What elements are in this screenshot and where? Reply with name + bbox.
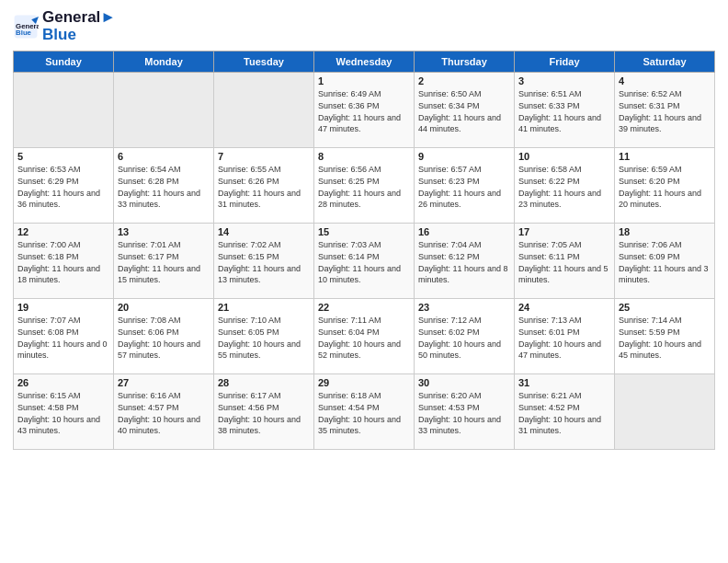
day-info: Sunrise: 7:13 AMSunset: 6:01 PMDaylight:… [518, 315, 610, 361]
calendar: SundayMondayTuesdayWednesdayThursdayFrid… [13, 51, 715, 450]
logo-icon: General Blue [13, 14, 39, 40]
day-cell: 17Sunrise: 7:05 AMSunset: 6:11 PMDayligh… [515, 224, 615, 299]
weekday-header-row: SundayMondayTuesdayWednesdayThursdayFrid… [14, 52, 715, 73]
day-number: 4 [619, 75, 711, 86]
day-number: 29 [318, 377, 410, 388]
day-cell: 6Sunrise: 6:54 AMSunset: 6:28 PMDaylight… [114, 148, 214, 224]
day-info: Sunrise: 6:49 AMSunset: 6:36 PMDaylight:… [318, 88, 410, 134]
week-row-5: 26Sunrise: 6:15 AMSunset: 4:58 PMDayligh… [14, 374, 715, 450]
day-number: 6 [118, 151, 210, 162]
day-number: 30 [418, 377, 510, 388]
weekday-wednesday: Wednesday [314, 52, 415, 73]
weekday-friday: Friday [515, 52, 615, 73]
day-info: Sunrise: 7:14 AMSunset: 5:59 PMDaylight:… [619, 315, 711, 361]
weekday-tuesday: Tuesday [214, 52, 314, 73]
day-info: Sunrise: 6:56 AMSunset: 6:25 PMDaylight:… [318, 164, 410, 210]
day-cell: 14Sunrise: 7:02 AMSunset: 6:15 PMDayligh… [214, 224, 314, 299]
day-cell: 30Sunrise: 6:20 AMSunset: 4:53 PMDayligh… [415, 374, 515, 450]
day-info: Sunrise: 6:17 AMSunset: 4:56 PMDaylight:… [218, 390, 310, 436]
day-info: Sunrise: 7:06 AMSunset: 6:09 PMDaylight:… [619, 239, 711, 285]
header: General Blue General► Blue [13, 9, 715, 43]
day-info: Sunrise: 6:50 AMSunset: 6:34 PMDaylight:… [418, 88, 510, 134]
day-info: Sunrise: 7:00 AMSunset: 6:18 PMDaylight:… [17, 239, 109, 285]
day-number: 10 [518, 151, 610, 162]
day-cell: 31Sunrise: 6:21 AMSunset: 4:52 PMDayligh… [515, 374, 615, 450]
day-info: Sunrise: 6:16 AMSunset: 4:57 PMDaylight:… [118, 390, 210, 436]
day-number: 27 [118, 377, 210, 388]
day-cell: 21Sunrise: 7:10 AMSunset: 6:05 PMDayligh… [214, 299, 314, 374]
day-info: Sunrise: 7:04 AMSunset: 6:12 PMDaylight:… [418, 239, 510, 285]
day-cell: 10Sunrise: 6:58 AMSunset: 6:22 PMDayligh… [515, 148, 615, 224]
day-number: 9 [418, 151, 510, 162]
day-cell: 18Sunrise: 7:06 AMSunset: 6:09 PMDayligh… [615, 224, 715, 299]
day-number: 2 [418, 75, 510, 86]
logo-line1: General► [42, 9, 116, 27]
day-cell: 20Sunrise: 7:08 AMSunset: 6:06 PMDayligh… [114, 299, 214, 374]
day-number: 5 [17, 151, 109, 162]
day-cell: 29Sunrise: 6:18 AMSunset: 4:54 PMDayligh… [314, 374, 415, 450]
day-cell: 3Sunrise: 6:51 AMSunset: 6:33 PMDaylight… [515, 73, 615, 148]
day-info: Sunrise: 7:02 AMSunset: 6:15 PMDaylight:… [218, 239, 310, 285]
day-cell: 11Sunrise: 6:59 AMSunset: 6:20 PMDayligh… [615, 148, 715, 224]
day-number: 22 [318, 302, 410, 313]
day-info: Sunrise: 6:15 AMSunset: 4:58 PMDaylight:… [17, 390, 109, 436]
day-info: Sunrise: 6:53 AMSunset: 6:29 PMDaylight:… [17, 164, 109, 210]
day-info: Sunrise: 7:03 AMSunset: 6:14 PMDaylight:… [318, 239, 410, 285]
day-cell: 24Sunrise: 7:13 AMSunset: 6:01 PMDayligh… [515, 299, 615, 374]
day-info: Sunrise: 6:55 AMSunset: 6:26 PMDaylight:… [218, 164, 310, 210]
day-cell [14, 73, 114, 148]
weekday-sunday: Sunday [14, 52, 114, 73]
day-cell: 12Sunrise: 7:00 AMSunset: 6:18 PMDayligh… [14, 224, 114, 299]
day-cell: 5Sunrise: 6:53 AMSunset: 6:29 PMDaylight… [14, 148, 114, 224]
day-cell: 15Sunrise: 7:03 AMSunset: 6:14 PMDayligh… [314, 224, 415, 299]
day-number: 24 [518, 302, 610, 313]
week-row-1: 1Sunrise: 6:49 AMSunset: 6:36 PMDaylight… [14, 73, 715, 148]
day-number: 20 [118, 302, 210, 313]
svg-text:Blue: Blue [16, 29, 32, 37]
day-cell: 4Sunrise: 6:52 AMSunset: 6:31 PMDaylight… [615, 73, 715, 148]
day-cell: 27Sunrise: 6:16 AMSunset: 4:57 PMDayligh… [114, 374, 214, 450]
logo: General Blue General► Blue [13, 9, 116, 43]
day-number: 15 [318, 226, 410, 237]
day-cell [214, 73, 314, 148]
day-cell: 26Sunrise: 6:15 AMSunset: 4:58 PMDayligh… [14, 374, 114, 450]
day-info: Sunrise: 7:12 AMSunset: 6:02 PMDaylight:… [418, 315, 510, 361]
day-cell [114, 73, 214, 148]
day-number: 12 [17, 226, 109, 237]
day-number: 1 [318, 75, 410, 86]
day-number: 16 [418, 226, 510, 237]
day-number: 23 [418, 302, 510, 313]
day-cell: 28Sunrise: 6:17 AMSunset: 4:56 PMDayligh… [214, 374, 314, 450]
day-number: 17 [518, 226, 610, 237]
day-number: 8 [318, 151, 410, 162]
day-info: Sunrise: 7:05 AMSunset: 6:11 PMDaylight:… [518, 239, 610, 285]
weekday-saturday: Saturday [615, 52, 715, 73]
day-info: Sunrise: 6:18 AMSunset: 4:54 PMDaylight:… [318, 390, 410, 436]
day-info: Sunrise: 7:01 AMSunset: 6:17 PMDaylight:… [118, 239, 210, 285]
day-cell: 16Sunrise: 7:04 AMSunset: 6:12 PMDayligh… [415, 224, 515, 299]
day-number: 28 [218, 377, 310, 388]
day-number: 14 [218, 226, 310, 237]
day-cell: 13Sunrise: 7:01 AMSunset: 6:17 PMDayligh… [114, 224, 214, 299]
weekday-thursday: Thursday [415, 52, 515, 73]
week-row-3: 12Sunrise: 7:00 AMSunset: 6:18 PMDayligh… [14, 224, 715, 299]
day-number: 18 [619, 226, 711, 237]
day-number: 13 [118, 226, 210, 237]
day-info: Sunrise: 6:58 AMSunset: 6:22 PMDaylight:… [518, 164, 610, 210]
day-number: 25 [619, 302, 711, 313]
day-cell: 8Sunrise: 6:56 AMSunset: 6:25 PMDaylight… [314, 148, 415, 224]
day-cell: 22Sunrise: 7:11 AMSunset: 6:04 PMDayligh… [314, 299, 415, 374]
day-info: Sunrise: 6:59 AMSunset: 6:20 PMDaylight:… [619, 164, 711, 210]
weekday-monday: Monday [114, 52, 214, 73]
day-info: Sunrise: 6:51 AMSunset: 6:33 PMDaylight:… [518, 88, 610, 134]
day-info: Sunrise: 6:21 AMSunset: 4:52 PMDaylight:… [518, 390, 610, 436]
day-info: Sunrise: 7:07 AMSunset: 6:08 PMDaylight:… [17, 315, 109, 361]
day-number: 7 [218, 151, 310, 162]
day-info: Sunrise: 7:11 AMSunset: 6:04 PMDaylight:… [318, 315, 410, 361]
day-cell: 2Sunrise: 6:50 AMSunset: 6:34 PMDaylight… [415, 73, 515, 148]
day-number: 31 [518, 377, 610, 388]
day-number: 19 [17, 302, 109, 313]
week-row-4: 19Sunrise: 7:07 AMSunset: 6:08 PMDayligh… [14, 299, 715, 374]
day-cell: 1Sunrise: 6:49 AMSunset: 6:36 PMDaylight… [314, 73, 415, 148]
day-info: Sunrise: 6:52 AMSunset: 6:31 PMDaylight:… [619, 88, 711, 134]
